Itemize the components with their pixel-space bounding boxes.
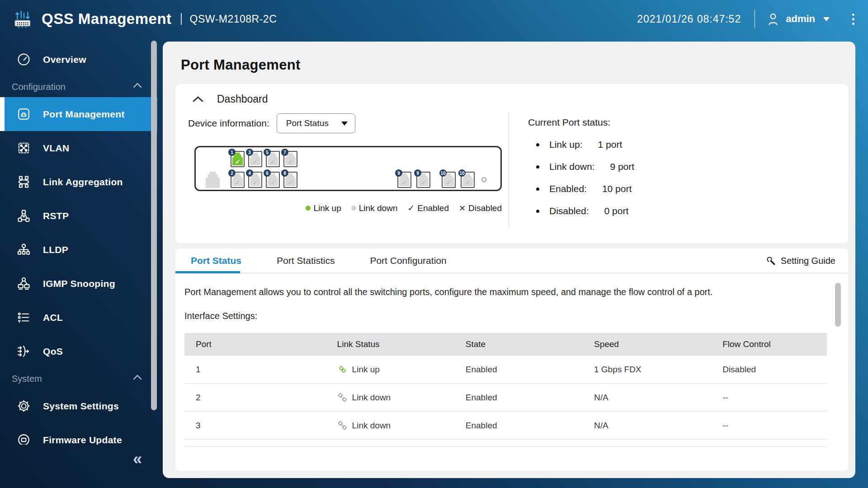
section-configuration[interactable]: Configuration	[0, 76, 157, 97]
sidebar-item-label: Firmware Update	[43, 435, 122, 445]
status-link-up: Link up:1 port	[528, 139, 634, 150]
chevron-down-icon	[823, 17, 830, 21]
sidebar-collapse-row: «	[0, 445, 157, 488]
diagram-port-4[interactable]: 4	[248, 172, 262, 188]
diagram-port-10a[interactable]: 10	[442, 172, 456, 188]
wrench-icon	[766, 256, 776, 266]
cell-speed: N/A	[583, 412, 711, 440]
page-title: Port Management	[181, 57, 848, 73]
rj45-jack-icon	[206, 172, 220, 188]
app-header: QSS Management QSW-M2108R-2C 2021/01/26 …	[0, 0, 868, 38]
diagram-port-10b[interactable]: 10	[461, 172, 475, 188]
cross-icon	[459, 203, 466, 213]
dashboard-card: Dashboard Device information: Port Statu…	[175, 84, 848, 243]
sidebar-item-label: Link Aggregation	[43, 177, 123, 188]
setting-guide-button[interactable]: Setting Guide	[766, 256, 835, 266]
sidebar-item-link-aggregation[interactable]: Link Aggregation	[0, 165, 157, 199]
sidebar-item-acl[interactable]: ACL	[0, 300, 157, 334]
diagram-port-5[interactable]: 5	[266, 151, 280, 167]
col-header-state: State	[454, 333, 583, 356]
main-area: Port Management Dashboard Device informa…	[157, 38, 868, 488]
tab-port-statistics[interactable]: Port Statistics	[277, 255, 335, 266]
sidebar-item-rstp[interactable]: RSTP	[0, 199, 157, 233]
bullet-icon	[536, 143, 539, 146]
dashboard-title: Dashboard	[217, 93, 268, 105]
sidebar-item-qos[interactable]: QoS	[0, 334, 157, 368]
sidebar-item-lldp[interactable]: LLDP	[0, 233, 157, 267]
sidebar-item-port-management[interactable]: Port Management	[0, 97, 157, 131]
table-row: 1 Link up Enabled 1 Gbps FDX	[184, 356, 827, 384]
link-status-label: Link down	[352, 393, 391, 403]
diagram-port-2[interactable]: 2	[231, 172, 245, 188]
chevron-down-icon	[341, 122, 348, 126]
col-header-flow-control: Flow Control	[711, 333, 827, 356]
header-divider	[755, 9, 755, 28]
collapse-sidebar-button[interactable]: «	[133, 451, 142, 467]
tab-port-status[interactable]: Port Status	[191, 255, 241, 266]
sidebar: Overview Configuration Port Management	[0, 38, 157, 488]
diagram-port-1[interactable]: 1	[231, 151, 245, 167]
sidebar-item-firmware-update[interactable]: Firmware Update	[0, 423, 157, 445]
sidebar-menu: Overview Configuration Port Management	[0, 38, 157, 445]
diagram-port-8[interactable]: 8	[283, 172, 297, 188]
sidebar-item-label: System Settings	[43, 401, 119, 412]
sidebar-item-label: RSTP	[43, 211, 69, 221]
port-status-card: Port Status Port Statistics Port Configu…	[175, 249, 848, 471]
legend-enabled: Enabled	[407, 203, 449, 213]
content-scrollbar[interactable]	[835, 283, 841, 327]
diagram-port-9b[interactable]: 9	[416, 172, 430, 188]
sidebar-item-overview[interactable]: Overview	[0, 42, 157, 76]
interface-settings-table: Port Link Status State Speed Flow Contro…	[184, 333, 827, 447]
lldp-icon	[17, 243, 31, 257]
cell-state: Enabled	[454, 384, 583, 412]
sidebar-item-vlan[interactable]: VLAN	[0, 131, 157, 165]
table-header-row: Port Link Status State Speed Flow Contro…	[184, 333, 827, 356]
more-options-button[interactable]	[850, 12, 856, 27]
sidebar-scrollbar[interactable]	[151, 41, 157, 410]
sidebar-item-igmp-snooping[interactable]: IGMP Snooping	[0, 267, 157, 300]
col-header-speed: Speed	[583, 333, 711, 356]
sidebar-item-label: VLAN	[43, 143, 69, 154]
user-icon	[767, 12, 779, 26]
user-menu[interactable]: admin	[767, 12, 830, 26]
link-up-icon	[337, 364, 348, 375]
cell-link-status: Link up	[326, 356, 454, 384]
bullet-icon	[536, 188, 539, 191]
setting-guide-label: Setting Guide	[781, 256, 835, 266]
rstp-icon	[17, 209, 31, 223]
diagram-port-9a[interactable]: 9	[397, 172, 411, 188]
app-title: QSS Management	[42, 10, 172, 28]
vlan-icon	[17, 141, 31, 155]
cell-link-status: Link down	[326, 412, 454, 440]
legend-disabled: Disabled	[459, 203, 502, 213]
led-indicator	[481, 177, 486, 182]
check-icon	[407, 203, 415, 213]
diagram-port-7[interactable]: 7	[283, 151, 297, 167]
firmware-update-icon	[17, 433, 31, 445]
section-label: System	[12, 374, 42, 384]
diagram-port-3[interactable]: 3	[248, 151, 262, 167]
cell-state: Enabled	[454, 356, 583, 384]
header-separator	[181, 13, 182, 25]
acl-icon	[17, 310, 31, 324]
sidebar-item-system-settings[interactable]: System Settings	[0, 389, 157, 423]
port-status-legend: Link up Link down Enabled Disabled	[194, 203, 502, 213]
tab-port-configuration[interactable]: Port Configuration	[370, 255, 446, 266]
cell-port: 2	[184, 384, 326, 412]
sidebar-item-label: IGMP Snooping	[43, 278, 115, 289]
device-info-dropdown[interactable]: Port Status	[277, 113, 355, 133]
cell-link-status: Link down	[326, 384, 454, 412]
bullet-icon	[536, 210, 539, 213]
cell-speed: N/A	[583, 384, 711, 412]
section-system[interactable]: System	[0, 368, 157, 389]
cell-flow-control: Disabled	[711, 356, 827, 384]
diagram-port-6[interactable]: 6	[266, 172, 280, 188]
cell-speed: 1 Gbps FDX	[583, 356, 711, 384]
port-status-content: Port Management allows you to control al…	[175, 273, 848, 471]
app-logo-icon	[14, 9, 34, 28]
interface-settings-label: Interface Settings:	[184, 311, 827, 321]
status-enabled: Enabled:10 port	[528, 183, 634, 194]
dashboard-collapse-header[interactable]: Dashboard	[175, 93, 848, 105]
legend-link-up: Link up	[306, 203, 341, 213]
sidebar-item-label: QoS	[43, 346, 63, 357]
